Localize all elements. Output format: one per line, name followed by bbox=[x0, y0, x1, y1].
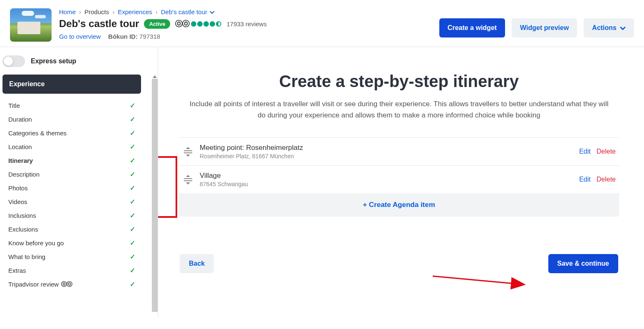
itinerary-item-title: Meeting point: Rosenheimerplatz bbox=[200, 144, 573, 152]
check-icon: ✓ bbox=[130, 170, 135, 178]
sidebar-item-what-to-bring[interactable]: What to bring✓ bbox=[2, 250, 141, 264]
sidebar-item-itinerary[interactable]: Itinerary✓ bbox=[2, 154, 141, 167]
sidebar-item-label: Extras bbox=[8, 267, 26, 274]
sidebar-item-duration[interactable]: Duration✓ bbox=[2, 112, 141, 126]
sidebar-item-categories-themes[interactable]: Categories & themes✓ bbox=[2, 126, 141, 140]
main-description: Include all points of interest a travell… bbox=[187, 98, 611, 121]
main-content: Create a step-by-step itinerary Include … bbox=[158, 47, 644, 317]
sidebar-item-label: Location bbox=[8, 143, 32, 150]
title-row: Deb's castle tour Active ⓞⓞ 17933 review… bbox=[59, 18, 439, 30]
body: Express setup Experience Title✓Duration✓… bbox=[0, 47, 644, 317]
check-icon: ✓ bbox=[130, 280, 135, 288]
svg-line-1 bbox=[433, 276, 523, 284]
main-title: Create a step-by-step itinerary bbox=[179, 72, 619, 91]
itinerary-item-subtitle: 87645 Schwangau bbox=[200, 181, 573, 187]
product-thumbnail bbox=[10, 8, 52, 42]
bokun-id: Bókun ID: 797318 bbox=[108, 33, 160, 40]
check-icon: ✓ bbox=[130, 184, 135, 192]
edit-link[interactable]: Edit bbox=[579, 148, 591, 155]
check-icon: ✓ bbox=[130, 129, 135, 137]
chevron-right-icon: › bbox=[156, 8, 158, 15]
sidebar-item-description[interactable]: Description✓ bbox=[2, 167, 141, 181]
itinerary-actions: Edit Delete bbox=[579, 148, 616, 155]
itinerary-item-subtitle: Rosenheimer Platz, 81667 München bbox=[200, 153, 573, 160]
sidebar-item-exclusions[interactable]: Exclusions✓ bbox=[2, 222, 141, 236]
check-icon: ✓ bbox=[130, 143, 135, 151]
create-agenda-button[interactable]: + Create Agenda item bbox=[179, 193, 619, 217]
express-setup-row: Express setup bbox=[2, 55, 158, 75]
annotation-arrow bbox=[433, 273, 533, 289]
scrollbar[interactable] bbox=[152, 79, 158, 312]
drag-handle-icon[interactable] bbox=[182, 175, 194, 184]
sidebar-item-label: Itinerary bbox=[8, 157, 33, 164]
itinerary-row: Meeting point: Rosenheimerplatz Rosenhei… bbox=[179, 138, 619, 166]
drag-handle-icon[interactable] bbox=[182, 147, 194, 157]
bokun-id-label: Bókun ID: bbox=[108, 33, 138, 40]
itinerary-list: Meeting point: Rosenheimerplatz Rosenhei… bbox=[179, 137, 619, 194]
tripadvisor-icon: ⓞⓞ bbox=[61, 281, 72, 288]
chevron-right-icon: › bbox=[112, 8, 114, 15]
sub-row: Go to overview Bókun ID: 797318 bbox=[59, 33, 439, 40]
breadcrumb-home[interactable]: Home bbox=[59, 8, 76, 15]
check-icon: ✓ bbox=[130, 102, 135, 110]
page-title: Deb's castle tour bbox=[59, 18, 139, 30]
sidebar-item-know-before-you-go[interactable]: Know before you go✓ bbox=[2, 236, 141, 250]
sidebar-item-photos[interactable]: Photos✓ bbox=[2, 181, 141, 195]
nav-list: Title✓Duration✓Categories & themes✓Locat… bbox=[2, 99, 141, 291]
sidebar-item-label: Know before you go bbox=[8, 239, 64, 247]
chevron-right-icon: › bbox=[79, 8, 81, 15]
breadcrumb-current-label: Deb's castle tour bbox=[161, 8, 207, 15]
back-button[interactable]: Back bbox=[180, 254, 214, 273]
itinerary-row: Village 87645 Schwangau Edit Delete bbox=[179, 166, 619, 194]
sidebar-item-label: Description bbox=[8, 171, 40, 178]
save-continue-button[interactable]: Save & continue bbox=[548, 254, 618, 273]
sidebar-item-label: Tripadvisor review bbox=[8, 281, 59, 288]
chevron-down-icon bbox=[620, 25, 626, 31]
create-widget-button[interactable]: Create a widget bbox=[439, 18, 505, 37]
delete-link[interactable]: Delete bbox=[597, 176, 616, 183]
sidebar-item-tripadvisor-review[interactable]: Tripadvisor reviewⓞⓞ✓ bbox=[2, 277, 141, 291]
rating-dots bbox=[191, 21, 221, 27]
sidebar-item-location[interactable]: Location✓ bbox=[2, 140, 141, 154]
page-header: Home › Products › Experiences › Deb's ca… bbox=[0, 0, 644, 47]
header-actions: Create a widget Widget preview Actions bbox=[439, 18, 634, 37]
bokun-id-value: 797318 bbox=[139, 33, 160, 40]
sidebar-item-label: Title bbox=[8, 102, 20, 109]
check-icon: ✓ bbox=[130, 198, 135, 206]
edit-link[interactable]: Edit bbox=[579, 176, 591, 183]
tripadvisor-icon: ⓞⓞ bbox=[175, 19, 189, 29]
sidebar-item-label: Duration bbox=[8, 116, 32, 123]
breadcrumb-current[interactable]: Deb's castle tour bbox=[161, 8, 215, 15]
breadcrumb-experiences[interactable]: Experiences bbox=[118, 8, 152, 15]
overview-link[interactable]: Go to overview bbox=[59, 33, 101, 40]
sidebar-item-videos[interactable]: Videos✓ bbox=[2, 195, 141, 209]
sidebar-item-label: Inclusions bbox=[8, 212, 36, 219]
sidebar-item-label: Categories & themes bbox=[8, 130, 67, 137]
check-icon: ✓ bbox=[130, 157, 135, 164]
itinerary-info: Village 87645 Schwangau bbox=[200, 172, 573, 187]
sidebar-item-extras[interactable]: Extras✓ bbox=[2, 264, 141, 277]
actions-dropdown[interactable]: Actions bbox=[584, 18, 634, 37]
sidebar-item-label: Videos bbox=[8, 198, 27, 205]
itinerary-info: Meeting point: Rosenheimerplatz Rosenhei… bbox=[200, 144, 573, 160]
chevron-down-icon bbox=[210, 10, 215, 15]
express-label: Express setup bbox=[31, 57, 76, 65]
itinerary-item-title: Village bbox=[200, 172, 573, 180]
sidebar-section-experience[interactable]: Experience bbox=[2, 75, 141, 94]
sidebar-item-inclusions[interactable]: Inclusions✓ bbox=[2, 209, 141, 222]
sidebar-item-label: Photos bbox=[8, 184, 28, 192]
check-icon: ✓ bbox=[130, 212, 135, 219]
delete-link[interactable]: Delete bbox=[597, 148, 616, 155]
sidebar-item-title[interactable]: Title✓ bbox=[2, 99, 141, 112]
breadcrumb-products[interactable]: Products bbox=[84, 8, 109, 15]
express-toggle[interactable] bbox=[2, 55, 25, 67]
check-icon: ✓ bbox=[130, 239, 135, 247]
check-icon: ✓ bbox=[130, 253, 135, 261]
check-icon: ✓ bbox=[130, 267, 135, 274]
tripadvisor-rating: ⓞⓞ bbox=[175, 19, 221, 29]
itinerary-actions: Edit Delete bbox=[579, 176, 616, 183]
annotation-box bbox=[158, 156, 177, 218]
widget-preview-button[interactable]: Widget preview bbox=[512, 18, 577, 37]
sidebar-item-label: Exclusions bbox=[8, 226, 38, 233]
reviews-count: 17933 reviews bbox=[226, 20, 267, 27]
